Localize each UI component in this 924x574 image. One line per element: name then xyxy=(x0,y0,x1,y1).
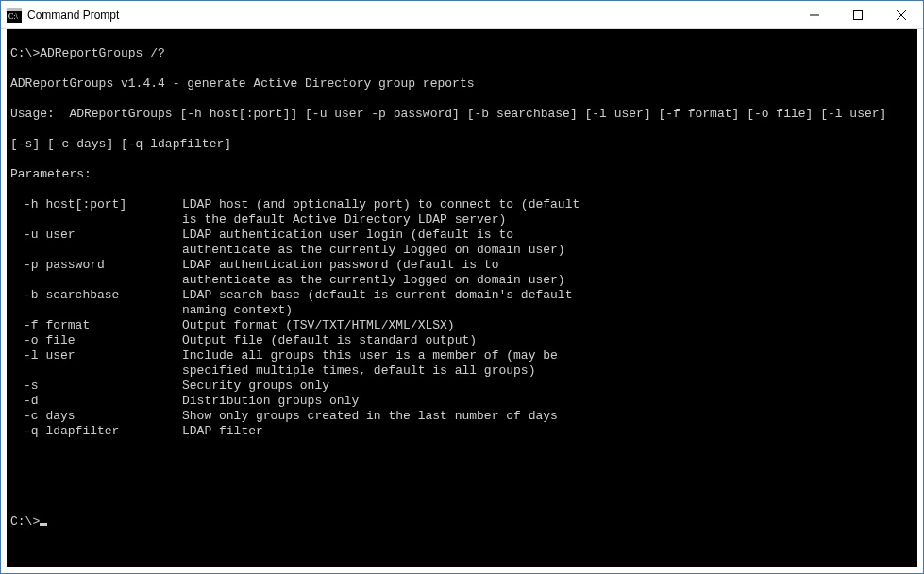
param-row: -l userInclude all groups this user is a… xyxy=(10,348,914,363)
param-row: -q ldapfilterLDAP filter xyxy=(10,424,914,439)
param-flag: -q ldapfilter xyxy=(10,424,182,439)
param-flag: -o file xyxy=(10,333,182,348)
param-desc: LDAP search base (default is current dom… xyxy=(182,288,572,302)
param-desc: Distribution groups only xyxy=(182,394,359,408)
titlebar[interactable]: C:\ Command Prompt xyxy=(1,1,923,29)
usage-line-cont: [-s] [-c days] [-q ldapfilter] xyxy=(10,137,914,152)
window-title: Command Prompt xyxy=(27,8,793,22)
cmd-icon: C:\ xyxy=(7,8,22,23)
version-line: ADReportGroups v1.4.4 - generate Active … xyxy=(10,76,914,92)
param-desc: LDAP authentication password (default is… xyxy=(182,258,498,272)
param-row: -o fileOutput file (default is standard … xyxy=(10,333,914,348)
param-flag: -c days xyxy=(10,409,182,424)
prompt-line: C:\> xyxy=(10,515,914,530)
param-row: -sSecurity groups only xyxy=(10,379,914,394)
param-row: -b searchbaseLDAP search base (default i… xyxy=(10,288,914,303)
window-controls xyxy=(793,1,923,28)
param-flag: -b searchbase xyxy=(10,288,182,303)
command-prompt-window: C:\ Command Prompt C:\>ADReportGroups /?… xyxy=(0,0,924,574)
svg-rect-1 xyxy=(7,8,22,11)
param-desc: Include all groups this user is a member… xyxy=(182,348,558,363)
param-row: -u userLDAP authentication user login (d… xyxy=(10,228,914,243)
param-desc: LDAP authentication user login (default … xyxy=(182,228,513,242)
svg-text:C:\: C:\ xyxy=(8,12,19,21)
usage-line: Usage: ADReportGroups [-h host[:port]] [… xyxy=(10,107,914,122)
param-row: -f formatOutput format (TSV/TXT/HTML/XML… xyxy=(10,318,914,333)
param-desc-cont: specified multiple times, default is all… xyxy=(10,363,914,379)
param-desc: Output format (TSV/TXT/HTML/XML/XLSX) xyxy=(182,318,455,332)
param-desc: Security groups only xyxy=(182,379,329,393)
param-desc: LDAP host (and optionally port) to conne… xyxy=(182,197,580,211)
param-flag: -p password xyxy=(10,258,182,273)
param-desc: Show only groups created in the last num… xyxy=(182,409,558,423)
param-flag: -d xyxy=(10,394,182,409)
param-desc: LDAP filter xyxy=(182,424,263,438)
param-flag: -h host[:port] xyxy=(10,197,182,212)
blank-line xyxy=(10,484,914,499)
terminal-output[interactable]: C:\>ADReportGroups /? ADReportGroups v1.… xyxy=(1,29,923,573)
close-button[interactable] xyxy=(880,1,923,28)
params-list: -h host[:port]LDAP host (and optionally … xyxy=(10,197,914,439)
param-row: -h host[:port]LDAP host (and optionally … xyxy=(10,197,914,212)
param-row: -p passwordLDAP authentication password … xyxy=(10,258,914,273)
param-row: -dDistribution groups only xyxy=(10,394,914,409)
param-flag: -l user xyxy=(10,348,182,363)
param-desc-cont: is the default Active Directory LDAP ser… xyxy=(10,212,914,228)
param-flag: -s xyxy=(10,379,182,394)
param-desc: Output file (default is standard output) xyxy=(182,333,477,347)
param-row: -c daysShow only groups created in the l… xyxy=(10,409,914,424)
maximize-button[interactable] xyxy=(836,1,880,28)
param-flag: -u user xyxy=(10,228,182,243)
param-desc-cont: naming context) xyxy=(10,303,914,318)
param-flag: -f format xyxy=(10,318,182,333)
minimize-button[interactable] xyxy=(793,1,836,28)
cursor xyxy=(40,523,47,526)
svg-rect-4 xyxy=(854,10,863,19)
blank-line xyxy=(10,454,914,469)
param-desc-cont: authenticate as the currently logged on … xyxy=(10,243,914,258)
param-desc-cont: authenticate as the currently logged on … xyxy=(10,273,914,288)
prompt-line: C:\>ADReportGroups /? xyxy=(10,46,914,61)
params-header: Parameters: xyxy=(10,167,914,182)
